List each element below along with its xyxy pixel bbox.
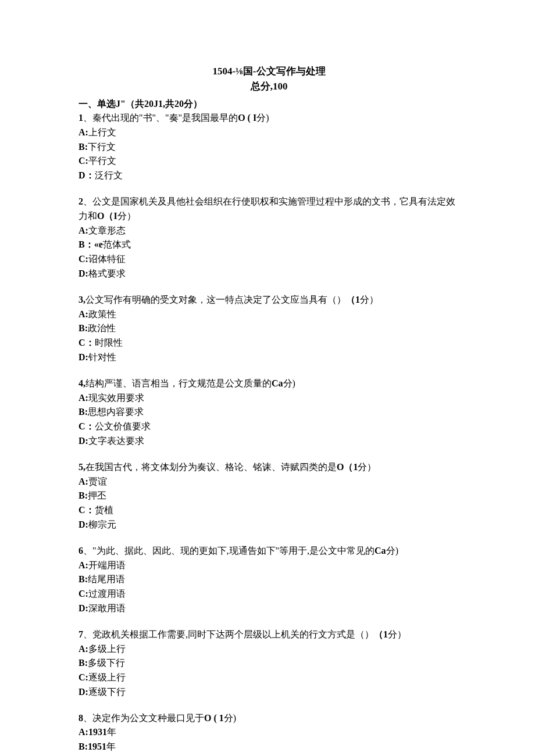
question-block: 5,在我国古代，将文体划分为奏议、格论、铭诔、诗赋四类的是O（1分）A:贾谊B:…	[79, 460, 459, 532]
option-prefix: D：	[79, 170, 95, 180]
option-line: D：泛行文	[79, 169, 459, 183]
option-text: 文字表达要求	[88, 436, 144, 446]
option-line: C:过渡用语	[79, 587, 459, 601]
option-prefix: C:	[79, 672, 88, 682]
question-block: 1、秦代出现的"书"、"奏"是我国最早的O ( I分)A:上行文B:下行文C:平…	[79, 111, 459, 183]
question-body-b: 分）	[358, 462, 376, 472]
option-line: B:押丕	[79, 489, 459, 503]
option-prefix: B:	[79, 490, 88, 500]
option-text: 平行文	[88, 156, 116, 166]
question-text: 4,结构严谨、语言相当，行文规范是公文质量的Ca分)	[79, 377, 459, 391]
option-prefix: D:	[79, 352, 88, 362]
question-body-a: 秦代出现的"书"、"奏"是我国最早的	[92, 113, 238, 123]
option-text: 诏体特征	[88, 254, 126, 264]
question-marker: （1	[346, 295, 360, 304]
question-number: 7	[79, 629, 83, 639]
option-prefix: D:	[79, 268, 88, 278]
option-text: 过渡用语	[88, 589, 126, 599]
question-block: 7、党政机关根据工作需要,同时下达两个层级以上机关的行文方式是（）（1分）A:多…	[79, 628, 459, 700]
question-text: 3,公文写作有明确的受文对象，这一特点决定了公文应当具有（）（1分）	[79, 293, 459, 307]
option-line: B:政治性	[79, 321, 459, 336]
question-number: 8	[79, 713, 83, 723]
option-line: B:结尾用语	[79, 572, 459, 587]
question-number: 5,	[79, 462, 85, 472]
question-body-b: 分)	[224, 713, 236, 723]
option-text: 下行文	[88, 142, 116, 152]
question-body-a: 结构严谨、语言相当，行文规范是公文质量的	[85, 378, 272, 388]
option-prefix: A:	[79, 225, 88, 235]
option-prefix: A:	[79, 127, 88, 137]
option-line: D:格式要求	[79, 267, 459, 281]
option-prefix: A:	[79, 476, 88, 486]
option-line: B:思想内容要求	[79, 405, 459, 420]
option-text: 泛行文	[95, 170, 123, 180]
option-line: B:多级下行	[79, 656, 459, 671]
question-body-b: 分)	[256, 113, 269, 123]
option-text: 押丕	[88, 490, 106, 500]
option-line: C：货植	[79, 503, 459, 518]
question-marker: Ca	[374, 546, 386, 556]
option-prefix: C:	[79, 156, 88, 166]
question-body-a: 公文写作有明确的受文对象，这一特点决定了公文应当具有（）	[85, 295, 346, 304]
question-marker: O ( 1	[204, 713, 224, 723]
option-line: C:逐级上行	[79, 671, 459, 685]
question-marker: O（1	[337, 462, 358, 472]
option-prefix: C：	[79, 421, 95, 431]
question-separator: 、	[83, 546, 92, 556]
question-body-b: 分)	[386, 546, 398, 556]
question-number: 2	[79, 196, 83, 206]
option-text: 公文价值要求	[95, 421, 151, 431]
option-prefix: A:	[79, 309, 88, 319]
option-prefix: A:1931	[79, 727, 107, 737]
question-text: 5,在我国古代，将文体划分为奏议、格论、铭诔、诗赋四类的是O（1分）	[79, 460, 459, 475]
question-block: 8、决定作为公文文种最口见于O ( 1分)A:1931年B:1951年C:198…	[79, 711, 459, 756]
option-line: C:平行文	[79, 154, 459, 169]
option-line: A:1931年	[79, 725, 459, 740]
question-body-a: "为此、据此、因此、现的更如下,现通告如下"等用于,是公文中常见的	[92, 546, 374, 556]
question-marker: O（I	[97, 211, 117, 221]
question-block: 3,公文写作有明确的受文对象，这一特点决定了公文应当具有（）（1分）A:政策性B…	[79, 293, 459, 365]
question-separator: 、	[83, 629, 92, 639]
option-text: 范体式	[103, 239, 131, 249]
option-text: 时限性	[95, 338, 123, 347]
question-body-a: 党政机关根据工作需要,同时下达两个层级以上机关的行文方式是（）	[92, 629, 374, 639]
option-line: C：时限性	[79, 336, 459, 350]
question-marker: Ca	[272, 378, 283, 388]
option-text: 开端用语	[88, 560, 126, 570]
option-prefix: B:	[79, 407, 88, 417]
option-prefix: B:	[79, 142, 88, 152]
question-block: 6、"为此、据此、因此、现的更如下,现通告如下"等用于,是公文中常见的Ca分)A…	[79, 544, 459, 616]
question-body-b: 分）	[117, 211, 136, 221]
option-prefix: A:	[79, 644, 88, 654]
question-body-a: 决定作为公文文种最口见于	[92, 713, 204, 723]
option-text: 逐级下行	[88, 687, 126, 697]
option-text: 政治性	[88, 323, 116, 333]
option-line: D:深敢用语	[79, 601, 459, 616]
question-text: 7、党政机关根据工作需要,同时下达两个层级以上机关的行文方式是（）（1分）	[79, 628, 459, 642]
question-number: 3,	[79, 295, 85, 304]
question-marker: （1	[374, 629, 388, 639]
option-line: D:柳宗元	[79, 518, 459, 532]
option-text: 柳宗元	[88, 519, 116, 529]
option-line: B：«e范体式	[79, 238, 459, 252]
option-line: A:文章形态	[79, 224, 459, 238]
option-text: 文章形态	[88, 225, 126, 235]
option-prefix: D:	[79, 603, 88, 613]
option-prefix: D:	[79, 519, 88, 529]
question-body-b: 分）	[388, 629, 406, 639]
option-prefix: D:	[79, 436, 88, 446]
option-line: D:逐级下行	[79, 685, 459, 700]
option-text: 年	[107, 727, 116, 737]
option-text: 政策性	[88, 309, 116, 319]
option-line: A:政策性	[79, 307, 459, 322]
option-line: A:贾谊	[79, 475, 459, 489]
option-text: 年	[106, 741, 116, 751]
question-marker: O ( I	[238, 113, 256, 123]
question-separator: 、	[83, 113, 92, 123]
questions-container: 1、秦代出现的"书"、"奏"是我国最早的O ( I分)A:上行文B:下行文C:平…	[79, 111, 459, 756]
option-prefix: A:	[79, 560, 88, 570]
option-text: 逐级上行	[88, 672, 126, 682]
doc-subtitle: 总分,100	[79, 79, 459, 94]
option-prefix: C:	[79, 254, 88, 264]
question-block: 4,结构严谨、语言相当，行文规范是公文质量的Ca分)A:现实效用要求B:思想内容…	[79, 377, 459, 449]
